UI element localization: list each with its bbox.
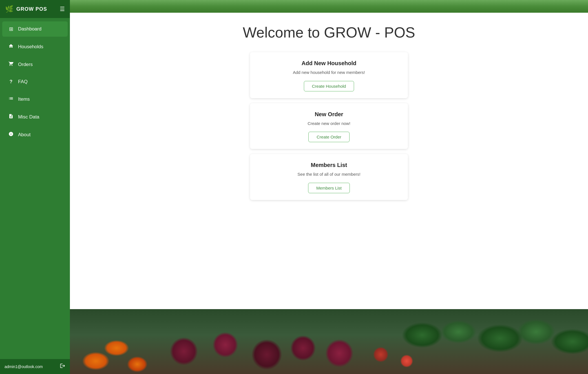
page-title: Welcome to GROW - POS bbox=[243, 24, 415, 41]
sidebar-item-label-misc-data: Misc Data bbox=[18, 114, 39, 120]
members-list-card: Members List See the list of all of our … bbox=[250, 154, 408, 200]
sidebar-item-label-items: Items bbox=[18, 96, 30, 102]
misc-data-icon bbox=[8, 114, 14, 120]
sidebar-item-label-faq: FAQ bbox=[18, 79, 28, 85]
bottom-veg-band bbox=[70, 309, 588, 374]
logout-icon[interactable] bbox=[60, 363, 65, 370]
sidebar: 🌿 GROW POS ☰ ⊞ Dashboard Households Orde… bbox=[0, 0, 70, 374]
orders-icon bbox=[8, 61, 14, 68]
about-icon bbox=[8, 131, 14, 138]
bg-top-strip bbox=[70, 0, 588, 13]
app-title: GROW POS bbox=[16, 6, 47, 12]
sidebar-item-dashboard[interactable]: ⊞ Dashboard bbox=[2, 21, 68, 37]
add-household-title: Add New Household bbox=[302, 60, 356, 67]
members-list-button[interactable]: Members List bbox=[308, 183, 350, 193]
sidebar-nav: ⊞ Dashboard Households Orders ? FAQ Item… bbox=[0, 18, 70, 359]
sidebar-item-items[interactable]: Items bbox=[2, 91, 68, 107]
sidebar-header: 🌿 GROW POS ☰ bbox=[0, 0, 70, 18]
sidebar-logo: 🌿 GROW POS bbox=[5, 5, 47, 13]
sidebar-item-households[interactable]: Households bbox=[2, 39, 68, 54]
create-household-button[interactable]: Create Household bbox=[304, 81, 354, 91]
logo-icon: 🌿 bbox=[5, 5, 14, 13]
new-order-desc: Create new order now! bbox=[308, 120, 350, 127]
sidebar-item-misc-data[interactable]: Misc Data bbox=[2, 109, 68, 125]
sidebar-item-about[interactable]: About bbox=[2, 127, 68, 142]
faq-icon: ? bbox=[8, 79, 14, 85]
add-household-card: Add New Household Add new household for … bbox=[250, 52, 408, 98]
main-content: Welcome to GROW - POS Add New Household … bbox=[70, 0, 588, 374]
create-order-button[interactable]: Create Order bbox=[308, 132, 350, 142]
user-email: admin1@outlook.com bbox=[5, 364, 43, 369]
new-order-title: New Order bbox=[315, 111, 343, 118]
sidebar-item-label-orders: Orders bbox=[18, 62, 33, 67]
sidebar-item-label-dashboard: Dashboard bbox=[18, 26, 41, 32]
sidebar-item-label-about: About bbox=[18, 132, 30, 138]
sidebar-item-label-households: Households bbox=[18, 44, 43, 50]
content-panel: Welcome to GROW - POS Add New Household … bbox=[70, 13, 588, 309]
sidebar-item-orders[interactable]: Orders bbox=[2, 57, 68, 72]
hamburger-icon[interactable]: ☰ bbox=[60, 6, 65, 12]
items-icon bbox=[8, 96, 14, 102]
new-order-card: New Order Create new order now! Create O… bbox=[250, 103, 408, 149]
households-icon bbox=[8, 43, 14, 50]
sidebar-item-faq[interactable]: ? FAQ bbox=[2, 74, 68, 89]
add-household-desc: Add new household for new members! bbox=[293, 69, 365, 76]
dashboard-icon: ⊞ bbox=[8, 26, 14, 32]
cards-container: Add New Household Add new household for … bbox=[250, 52, 408, 200]
members-list-title: Members List bbox=[311, 162, 347, 168]
members-list-desc: See the list of all of our members! bbox=[297, 171, 360, 178]
sidebar-footer: admin1@outlook.com bbox=[0, 359, 70, 374]
